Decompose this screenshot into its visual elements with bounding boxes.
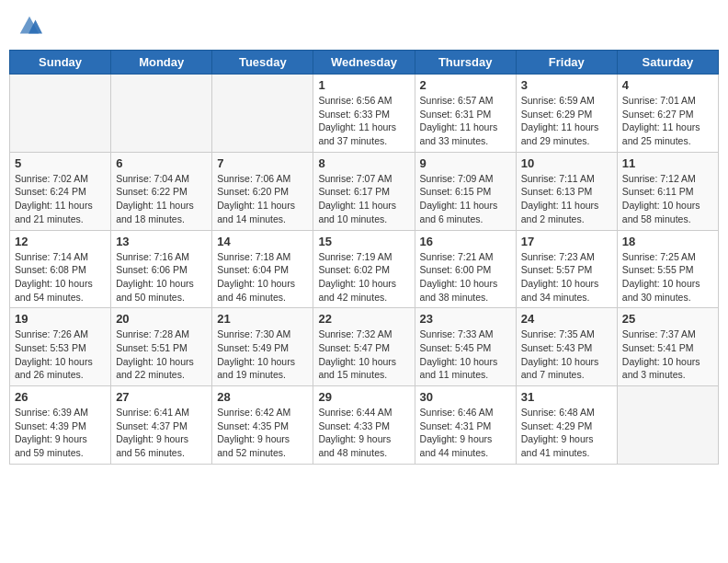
sunset-text: Sunset: 6:06 PM — [116, 264, 188, 275]
sunrise-text: Sunrise: 6:48 AM — [521, 407, 595, 418]
calendar-cell: 27 Sunrise: 6:41 AM Sunset: 4:37 PM Dayl… — [111, 386, 212, 465]
day-number: 3 — [521, 78, 612, 92]
cell-content: Sunrise: 7:18 AM Sunset: 6:04 PM Dayligh… — [217, 250, 308, 304]
day-number: 29 — [318, 390, 409, 404]
weekday-header: Tuesday — [212, 51, 313, 75]
cell-content: Sunrise: 7:28 AM Sunset: 5:51 PM Dayligh… — [116, 327, 207, 382]
calendar-cell — [212, 75, 313, 153]
sunrise-text: Sunrise: 6:46 AM — [420, 407, 494, 418]
daylight-text: Daylight: 10 hours and 19 minutes. — [217, 356, 295, 381]
calendar-cell — [111, 75, 212, 153]
day-number: 19 — [15, 312, 106, 326]
sunrise-text: Sunrise: 7:28 AM — [116, 328, 189, 339]
cell-content: Sunrise: 7:06 AM Sunset: 6:20 PM Dayligh… — [217, 172, 308, 226]
sunset-text: Sunset: 6:24 PM — [15, 186, 86, 197]
calendar-cell: 9 Sunrise: 7:09 AM Sunset: 6:15 PM Dayli… — [415, 152, 516, 230]
sunset-text: Sunset: 6:04 PM — [217, 264, 289, 275]
cell-content: Sunrise: 7:07 AM Sunset: 6:17 PM Dayligh… — [318, 172, 409, 226]
sunrise-text: Sunrise: 7:32 AM — [318, 328, 392, 339]
calendar-week-row: 26 Sunrise: 6:39 AM Sunset: 4:39 PM Dayl… — [10, 386, 719, 465]
day-number: 6 — [116, 156, 207, 170]
cell-content: Sunrise: 7:14 AM Sunset: 6:08 PM Dayligh… — [15, 250, 106, 304]
sunset-text: Sunset: 6:15 PM — [420, 186, 492, 197]
day-number: 21 — [217, 312, 308, 326]
sunset-text: Sunset: 6:27 PM — [622, 109, 694, 120]
daylight-text: Daylight: 10 hours and 54 minutes. — [15, 278, 93, 303]
sunset-text: Sunset: 6:17 PM — [318, 186, 390, 197]
sunrise-text: Sunrise: 7:01 AM — [622, 95, 696, 106]
logo-icon — [17, 13, 42, 39]
sunrise-text: Sunrise: 7:02 AM — [15, 173, 88, 184]
daylight-text: Daylight: 11 hours and 29 minutes. — [521, 121, 599, 146]
sunset-text: Sunset: 6:08 PM — [15, 264, 86, 275]
daylight-text: Daylight: 9 hours and 44 minutes. — [420, 433, 493, 458]
sunset-text: Sunset: 6:13 PM — [521, 186, 593, 197]
sunrise-text: Sunrise: 7:33 AM — [420, 328, 494, 339]
sunrise-text: Sunrise: 6:59 AM — [521, 95, 595, 106]
day-number: 23 — [420, 312, 511, 326]
sunrise-text: Sunrise: 7:37 AM — [622, 328, 696, 339]
calendar-table: SundayMondayTuesdayWednesdayThursdayFrid… — [9, 50, 719, 465]
calendar-cell: 3 Sunrise: 6:59 AM Sunset: 6:29 PM Dayli… — [516, 75, 617, 153]
cell-content: Sunrise: 7:12 AM Sunset: 6:11 PM Dayligh… — [622, 172, 713, 226]
cell-content: Sunrise: 6:46 AM Sunset: 4:31 PM Dayligh… — [420, 406, 511, 460]
calendar-cell: 24 Sunrise: 7:35 AM Sunset: 5:43 PM Dayl… — [516, 308, 617, 386]
day-number: 17 — [521, 235, 612, 248]
cell-content: Sunrise: 6:59 AM Sunset: 6:29 PM Dayligh… — [521, 94, 612, 148]
sunrise-text: Sunrise: 6:57 AM — [420, 95, 494, 106]
sunrise-text: Sunrise: 7:30 AM — [217, 328, 290, 339]
cell-content: Sunrise: 6:57 AM Sunset: 6:31 PM Dayligh… — [420, 94, 511, 148]
daylight-text: Daylight: 10 hours and 26 minutes. — [15, 356, 93, 381]
day-number: 18 — [622, 235, 713, 248]
weekday-header: Saturday — [617, 51, 718, 75]
calendar-cell — [10, 75, 111, 153]
cell-content: Sunrise: 7:37 AM Sunset: 5:41 PM Dayligh… — [622, 327, 713, 382]
cell-content: Sunrise: 6:44 AM Sunset: 4:33 PM Dayligh… — [318, 406, 409, 460]
calendar-week-row: 12 Sunrise: 7:14 AM Sunset: 6:08 PM Dayl… — [10, 230, 719, 308]
sunset-text: Sunset: 6:20 PM — [217, 186, 289, 197]
sunset-text: Sunset: 5:45 PM — [420, 342, 492, 353]
calendar-cell: 18 Sunrise: 7:25 AM Sunset: 5:55 PM Dayl… — [617, 230, 718, 308]
sunrise-text: Sunrise: 7:09 AM — [420, 173, 494, 184]
calendar-cell: 30 Sunrise: 6:46 AM Sunset: 4:31 PM Dayl… — [415, 386, 516, 465]
sunrise-text: Sunrise: 6:39 AM — [15, 407, 88, 418]
daylight-text: Daylight: 10 hours and 46 minutes. — [217, 278, 295, 303]
day-number: 31 — [521, 390, 612, 404]
day-number: 8 — [318, 156, 409, 170]
daylight-text: Daylight: 10 hours and 34 minutes. — [521, 278, 599, 303]
sunset-text: Sunset: 4:35 PM — [217, 420, 289, 431]
sunset-text: Sunset: 6:31 PM — [420, 109, 492, 120]
daylight-text: Daylight: 9 hours and 41 minutes. — [521, 433, 594, 458]
weekday-header: Thursday — [415, 51, 516, 75]
daylight-text: Daylight: 9 hours and 59 minutes. — [15, 433, 87, 458]
calendar-week-row: 19 Sunrise: 7:26 AM Sunset: 5:53 PM Dayl… — [10, 308, 719, 386]
sunset-text: Sunset: 5:43 PM — [521, 342, 593, 353]
sunset-text: Sunset: 5:53 PM — [15, 342, 86, 353]
sunrise-text: Sunrise: 7:35 AM — [521, 328, 595, 339]
day-number: 16 — [420, 235, 511, 248]
sunset-text: Sunset: 6:33 PM — [318, 109, 390, 120]
calendar-cell: 5 Sunrise: 7:02 AM Sunset: 6:24 PM Dayli… — [10, 152, 111, 230]
day-number: 4 — [622, 78, 713, 92]
daylight-text: Daylight: 9 hours and 52 minutes. — [217, 433, 290, 458]
daylight-text: Daylight: 11 hours and 10 minutes. — [318, 200, 396, 224]
cell-content: Sunrise: 7:19 AM Sunset: 6:02 PM Dayligh… — [318, 250, 409, 304]
cell-content: Sunrise: 7:16 AM Sunset: 6:06 PM Dayligh… — [116, 250, 207, 304]
calendar-cell: 25 Sunrise: 7:37 AM Sunset: 5:41 PM Dayl… — [617, 308, 718, 386]
daylight-text: Daylight: 10 hours and 58 minutes. — [622, 200, 700, 224]
calendar-cell: 20 Sunrise: 7:28 AM Sunset: 5:51 PM Dayl… — [111, 308, 212, 386]
calendar-cell: 1 Sunrise: 6:56 AM Sunset: 6:33 PM Dayli… — [313, 75, 415, 153]
cell-content: Sunrise: 6:41 AM Sunset: 4:37 PM Dayligh… — [116, 406, 207, 460]
day-number: 10 — [521, 156, 612, 170]
sunset-text: Sunset: 5:49 PM — [217, 342, 289, 353]
sunrise-text: Sunrise: 7:18 AM — [217, 251, 290, 262]
daylight-text: Daylight: 10 hours and 42 minutes. — [318, 278, 396, 303]
sunrise-text: Sunrise: 7:23 AM — [521, 251, 595, 262]
day-number: 9 — [420, 156, 511, 170]
sunrise-text: Sunrise: 7:06 AM — [217, 173, 290, 184]
cell-content: Sunrise: 7:02 AM Sunset: 6:24 PM Dayligh… — [15, 172, 106, 226]
sunset-text: Sunset: 4:33 PM — [318, 420, 390, 431]
sunset-text: Sunset: 6:29 PM — [521, 109, 593, 120]
calendar-cell: 6 Sunrise: 7:04 AM Sunset: 6:22 PM Dayli… — [111, 152, 212, 230]
daylight-text: Daylight: 10 hours and 38 minutes. — [420, 278, 498, 303]
